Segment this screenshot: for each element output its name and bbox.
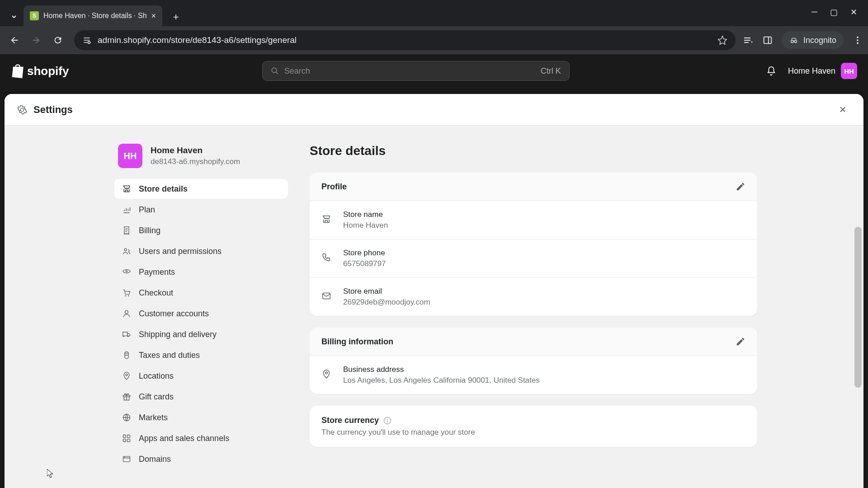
sidebar-item-label: Domains bbox=[139, 455, 171, 464]
minimize-button[interactable]: ─ bbox=[811, 7, 817, 17]
pin-icon bbox=[122, 371, 132, 381]
shopify-logo-text: shopify bbox=[27, 64, 69, 78]
side-panel-icon[interactable] bbox=[763, 35, 773, 45]
sidebar-item-domains[interactable]: Domains bbox=[114, 449, 288, 469]
sidebar-item-gift-cards[interactable]: Gift cards bbox=[114, 387, 288, 407]
svg-rect-19 bbox=[127, 435, 130, 438]
back-button[interactable] bbox=[5, 31, 24, 49]
close-settings-button[interactable]: × bbox=[835, 102, 851, 118]
reload-button[interactable] bbox=[49, 31, 67, 49]
billing-card: Billing information Business addressLos … bbox=[310, 328, 757, 394]
field-label: Business address bbox=[343, 365, 540, 374]
tab-search-dropdown[interactable] bbox=[5, 7, 24, 26]
browser-toolbar: admin.shopify.com/store/de8143-a6/settin… bbox=[0, 26, 868, 54]
shopify-bag-icon bbox=[11, 64, 24, 78]
sidebar-item-label: Checkout bbox=[139, 288, 173, 298]
sidebar-item-locations[interactable]: Locations bbox=[114, 366, 288, 386]
shopify-logo[interactable]: shopify bbox=[11, 64, 69, 78]
account-name: Home Haven bbox=[788, 66, 835, 76]
phone-icon bbox=[321, 253, 333, 264]
site-settings-icon[interactable] bbox=[82, 36, 91, 45]
field-value: 26929deb@moodjoy.com bbox=[343, 298, 430, 307]
truck-icon bbox=[122, 329, 132, 339]
sidebar-item-taxes-and-duties[interactable]: Taxes and duties bbox=[114, 345, 288, 365]
incognito-badge[interactable]: Incognito bbox=[782, 32, 844, 49]
settings-modal: Settings × HH Home Haven de8143-a6.mysho… bbox=[5, 94, 863, 488]
sidebar-item-label: Taxes and duties bbox=[139, 351, 200, 360]
sidebar-item-payments[interactable]: Payments bbox=[114, 262, 288, 282]
shopify-favicon-icon: S bbox=[30, 11, 39, 20]
content-scrollbar[interactable] bbox=[854, 227, 862, 388]
sidebar-item-label: Users and permissions bbox=[139, 247, 222, 256]
tab-close-button[interactable]: × bbox=[151, 11, 156, 21]
svg-point-11 bbox=[126, 271, 127, 272]
svg-point-5 bbox=[857, 37, 859, 38]
sidebar-item-label: Shipping and delivery bbox=[139, 330, 217, 339]
incognito-icon bbox=[789, 35, 799, 45]
sidebar-item-label: Store details bbox=[139, 184, 188, 194]
svg-rect-18 bbox=[123, 435, 126, 438]
domain-icon bbox=[122, 454, 132, 464]
incognito-label: Incognito bbox=[803, 36, 836, 45]
gift-icon bbox=[122, 392, 132, 402]
sidebar-item-checkout[interactable]: Checkout bbox=[114, 283, 288, 303]
edit-profile-button[interactable] bbox=[736, 182, 745, 192]
globe-icon bbox=[122, 413, 132, 422]
shopify-topbar: shopify Search Ctrl K Home Haven HH bbox=[0, 54, 868, 88]
field-row: Business addressLos Angeles, Los Angeles… bbox=[310, 356, 757, 394]
gear-icon bbox=[17, 105, 27, 115]
sidebar-item-apps-and-sales-channels[interactable]: Apps and sales channels bbox=[114, 428, 288, 448]
media-control-icon[interactable] bbox=[743, 35, 754, 46]
svg-point-15 bbox=[126, 374, 127, 375]
location-icon bbox=[321, 369, 333, 381]
field-label: Store email bbox=[343, 287, 430, 296]
new-tab-button[interactable]: + bbox=[167, 8, 185, 26]
apps-icon bbox=[122, 433, 132, 443]
account-menu-button[interactable]: Home Haven HH bbox=[788, 63, 857, 79]
browser-tab[interactable]: S Home Haven · Store details · Sh × bbox=[24, 5, 162, 26]
svg-rect-20 bbox=[123, 439, 126, 442]
svg-rect-23 bbox=[323, 293, 330, 299]
sidebar-item-billing[interactable]: Billing bbox=[114, 221, 288, 240]
browser-tab-strip: S Home Haven · Store details · Sh × + ─ … bbox=[0, 0, 868, 26]
billing-card-title: Billing information bbox=[321, 337, 393, 347]
info-icon[interactable] bbox=[383, 417, 392, 425]
forward-button[interactable] bbox=[27, 31, 45, 49]
field-row: Store email26929deb@moodjoy.com bbox=[310, 277, 757, 316]
settings-sidebar: HH Home Haven de8143-a6.myshopify.com St… bbox=[111, 144, 292, 488]
store-name: Home Haven bbox=[151, 145, 240, 155]
svg-point-24 bbox=[326, 372, 328, 374]
mail-icon bbox=[321, 291, 333, 303]
svg-point-8 bbox=[272, 68, 277, 73]
bookmark-star-icon[interactable] bbox=[717, 35, 727, 45]
store-identity[interactable]: HH Home Haven de8143-a6.myshopify.com bbox=[111, 144, 292, 179]
edit-billing-button[interactable] bbox=[736, 337, 745, 347]
svg-point-27 bbox=[387, 418, 388, 419]
search-input[interactable]: Search Ctrl K bbox=[262, 61, 570, 81]
sidebar-item-store-details[interactable]: Store details bbox=[114, 179, 288, 199]
close-window-button[interactable]: ✕ bbox=[850, 7, 857, 17]
currency-description: The currency you'll use to manage your s… bbox=[321, 428, 745, 437]
store-avatar: HH bbox=[118, 144, 142, 168]
notifications-button[interactable] bbox=[763, 62, 780, 80]
store-url: de8143-a6.myshopify.com bbox=[151, 157, 240, 166]
svg-point-14 bbox=[125, 310, 128, 314]
sidebar-item-customer-accounts[interactable]: Customer accounts bbox=[114, 304, 288, 324]
receipt-icon bbox=[122, 225, 132, 235]
field-value: Los Angeles, Los Angeles California 9000… bbox=[343, 376, 540, 385]
currency-card: Store currency The currency you'll use t… bbox=[310, 406, 757, 447]
browser-menu-icon[interactable] bbox=[853, 35, 863, 45]
svg-rect-1 bbox=[764, 37, 772, 44]
field-label: Store phone bbox=[343, 249, 386, 258]
maximize-button[interactable]: ▢ bbox=[830, 7, 838, 17]
svg-point-4 bbox=[794, 40, 797, 43]
svg-point-6 bbox=[857, 39, 859, 41]
sidebar-item-markets[interactable]: Markets bbox=[114, 408, 288, 427]
sidebar-item-label: Payments bbox=[139, 267, 175, 277]
sidebar-item-users-and-permissions[interactable]: Users and permissions bbox=[114, 241, 288, 261]
cart-icon bbox=[122, 288, 132, 298]
url-bar[interactable]: admin.shopify.com/store/de8143-a6/settin… bbox=[74, 30, 736, 50]
sidebar-item-plan[interactable]: Plan bbox=[114, 200, 288, 220]
store-icon bbox=[122, 184, 132, 194]
sidebar-item-shipping-and-delivery[interactable]: Shipping and delivery bbox=[114, 324, 288, 344]
